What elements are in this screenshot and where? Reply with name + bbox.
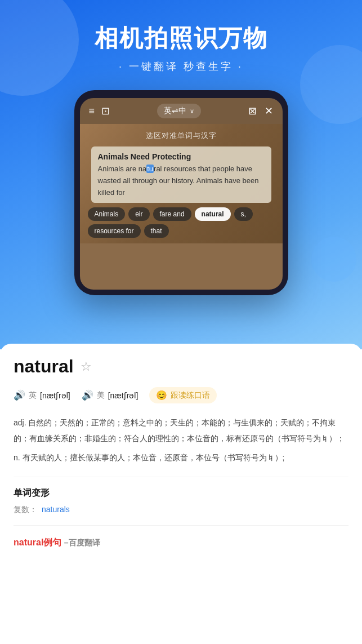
- hero-section: 相机拍照识万物 · 一键翻译 秒查生字 · ≡ ⊡ 英⇌中 ∨ ⊠ ✕: [0, 0, 362, 349]
- us-label: 美: [97, 390, 105, 401]
- highlight-natural: tu: [146, 165, 154, 173]
- selection-title: Animals Need Protecting: [98, 152, 265, 161]
- pronunciation-row: 🔊 英 [nætʃrəl] 🔊 美 [nætʃrəl] 😊 跟读练口语: [14, 387, 348, 403]
- follow-read-icon: 😊: [156, 390, 167, 401]
- hero-subtitle: · 一键翻译 秒查生字 ·: [11, 60, 351, 73]
- bg-decoration-circle2: [300, 45, 362, 124]
- example-word-highlight: natural例句: [14, 538, 61, 547]
- divider: [14, 477, 348, 477]
- us-speaker-icon: 🔊: [82, 389, 93, 401]
- chevron-down-icon: ∨: [190, 108, 194, 115]
- hero-title: 相机拍照识万物: [11, 23, 351, 54]
- chip-natural[interactable]: natural: [195, 207, 231, 221]
- chip-eir[interactable]: eir: [128, 207, 149, 221]
- pron-us[interactable]: 🔊 美 [nætʃrəl]: [82, 389, 138, 401]
- chip-s[interactable]: s,: [234, 207, 253, 221]
- definition-section: adj. 自然的；天然的；正常的；意料之中的；天生的；本能的；与生俱来的；天赋的…: [14, 415, 348, 465]
- uk-label: 英: [29, 390, 37, 401]
- lang-selector-text: 英⇌中: [164, 106, 186, 116]
- selection-body: Animals are natural resources that peopl…: [98, 163, 265, 198]
- example-section-header: natural例句 –百度翻译: [14, 537, 348, 549]
- dictionary-card: natural ☆ 🔊 英 [nætʃrəl] 🔊 美 [nætʃrəl] 😊 …: [0, 344, 362, 637]
- chip-that[interactable]: that: [144, 224, 169, 238]
- chip-resources-for[interactable]: resources for: [88, 224, 141, 238]
- topbar-left: ≡ ⊡: [89, 105, 110, 117]
- favorite-star-icon[interactable]: ☆: [81, 359, 92, 374]
- bg-decoration-circle3: [311, 237, 356, 282]
- text-selection-box[interactable]: Animals Need Protecting Animals are natu…: [91, 146, 271, 203]
- menu-icon[interactable]: ≡: [89, 105, 95, 117]
- uk-speaker-icon: 🔊: [14, 389, 25, 401]
- close-icon[interactable]: ✕: [265, 105, 273, 117]
- chip-animals[interactable]: Animals: [88, 207, 126, 221]
- camera-area: 选区对准单词与汉字 Animals Need Protecting Animal…: [80, 124, 283, 243]
- follow-read-button[interactable]: 😊 跟读练口语: [149, 387, 217, 403]
- plural-value: naturals: [42, 505, 70, 515]
- word-main-text: natural: [14, 356, 74, 377]
- example-source: –百度翻译: [64, 538, 100, 547]
- save-scan-icon[interactable]: ⊠: [248, 105, 257, 117]
- word-forms-section: 单词变形 复数： naturals: [14, 487, 348, 515]
- camera-hint: 选区对准单词与汉字: [80, 131, 283, 141]
- plural-label: 复数：: [14, 505, 37, 515]
- plural-form-row: 复数： naturals: [14, 505, 348, 515]
- chip-fare-and[interactable]: fare and: [153, 207, 191, 221]
- divider2: [14, 525, 348, 526]
- word-forms-title: 单词变形: [14, 487, 348, 499]
- uk-ipa: [nætʃrəl]: [40, 391, 70, 400]
- phone-mockup: ≡ ⊡ 英⇌中 ∨ ⊠ ✕ 选区对准单词与汉字 Animals Need Pro…: [74, 90, 288, 295]
- definition-adj: adj. 自然的；天然的；正常的；意料之中的；天生的；本能的；与生俱来的；天赋的…: [14, 415, 348, 446]
- word-header: natural ☆: [14, 356, 348, 377]
- us-ipa: [nætʃrəl]: [108, 391, 138, 400]
- topbar-right: ⊠ ✕: [248, 105, 273, 117]
- language-selector[interactable]: 英⇌中 ∨: [157, 104, 201, 118]
- follow-read-label: 跟读练口语: [171, 390, 210, 401]
- phone-topbar: ≡ ⊡ 英⇌中 ∨ ⊠ ✕: [80, 98, 283, 124]
- word-chips-row: Animals eir fare and natural s, resource…: [80, 203, 283, 243]
- phone-screen: ≡ ⊡ 英⇌中 ∨ ⊠ ✕ 选区对准单词与汉字 Animals Need Pro…: [80, 98, 283, 290]
- pron-uk[interactable]: 🔊 英 [nætʃrəl]: [14, 389, 70, 401]
- definition-n: n. 有天赋的人；擅长做某事的人；本位音，还原音，本位号（书写符号为♮）;: [14, 450, 348, 465]
- search-photo-icon[interactable]: ⊡: [101, 105, 110, 117]
